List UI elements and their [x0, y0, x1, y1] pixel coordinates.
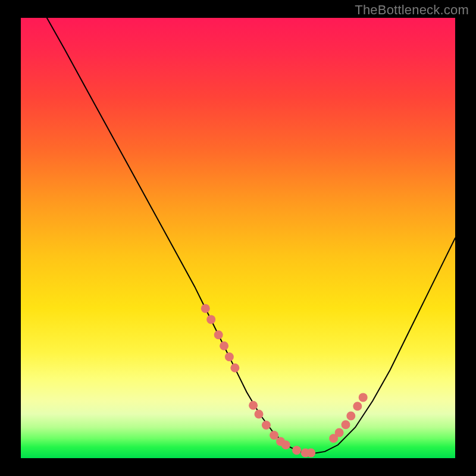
sample-dot [214, 330, 223, 339]
sample-dots-group [201, 304, 368, 458]
plot-area [21, 18, 455, 458]
outer-frame: TheBottleneck.com [0, 0, 476, 476]
sample-dot [206, 315, 215, 324]
sample-dot [353, 402, 362, 411]
sample-dot [230, 364, 239, 372]
sample-dot [255, 410, 264, 419]
sample-dot [359, 393, 368, 402]
sample-dot [292, 446, 301, 455]
sample-dot [262, 421, 271, 430]
bottleneck-curve [47, 18, 455, 454]
sample-dot [342, 420, 350, 429]
chart-svg [21, 18, 455, 458]
sample-dot [270, 431, 278, 440]
sample-dot [306, 449, 315, 458]
sample-dot [335, 428, 344, 437]
sample-dot [249, 401, 258, 410]
sample-dot [225, 352, 234, 361]
sample-dot [220, 342, 228, 350]
watermark-text: TheBottleneck.com [355, 2, 469, 18]
sample-dot [346, 412, 355, 421]
sample-dot [201, 304, 210, 313]
sample-dot [281, 440, 290, 449]
